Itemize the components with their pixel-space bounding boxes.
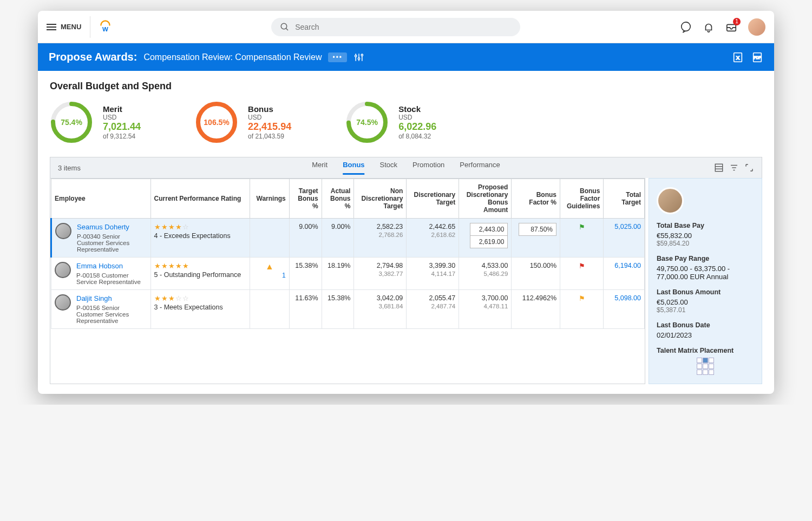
rating-text: 5 - Outstanding Performance (154, 271, 247, 279)
disc-target-sub: 2,487.74 (410, 303, 455, 309)
budget-amount: 22,415.94 (248, 121, 291, 133)
col-guidelines[interactable]: Bonus Factor Guidelines (560, 179, 604, 219)
svg-point-6 (355, 55, 357, 56)
topbar: MENU W 1 (38, 11, 774, 43)
budget-item-stock: 74.5% Stock USD 6,022.96 of 8,084.32 (345, 101, 436, 144)
col-rating[interactable]: Current Performance Rating (150, 179, 250, 219)
col-non-disc-target[interactable]: Non Discretionary Target (354, 179, 407, 219)
col-actual-bonus-pct[interactable]: Actual Bonus % (322, 179, 354, 219)
total-base-pay-sub: $59,854.20 (657, 240, 754, 247)
expand-icon[interactable] (744, 163, 754, 173)
talent-matrix-icon (697, 358, 714, 375)
employee-position: P-00158 Customer Service Representative (76, 272, 147, 285)
table-tabs: MeritBonusStockPromotionPerformance (312, 161, 500, 175)
employee-name[interactable]: Emma Hobson (76, 262, 147, 270)
non-disc-target: 2,794.98 (357, 262, 403, 269)
bonus-factor-input[interactable]: 87.50% (519, 223, 556, 236)
last-bonus-label: Last Bonus Amount (657, 288, 754, 296)
settings-sliders-icon[interactable] (353, 52, 364, 63)
proposed-input-sub[interactable]: 2,619.00 (470, 236, 508, 248)
non-disc-target-sub: 3,382.77 (357, 271, 403, 277)
last-bonus-date-label: Last Bonus Date (657, 321, 754, 329)
tab-merit[interactable]: Merit (312, 161, 328, 175)
col-bonus-factor[interactable]: Bonus Factor % (512, 179, 560, 219)
col-disc-target[interactable]: Discretionary Target (407, 179, 459, 219)
budget-name: Merit (103, 104, 141, 114)
budget-amount: 6,022.96 (398, 121, 436, 133)
tab-bonus[interactable]: Bonus (343, 161, 364, 175)
disc-target-sub: 4,114.17 (410, 271, 455, 277)
warning-count[interactable]: 1 (253, 272, 286, 279)
search-box[interactable] (271, 18, 520, 36)
budget-currency: USD (398, 114, 436, 121)
detail-avatar (657, 187, 684, 214)
warning-icon: ▲ (253, 262, 286, 272)
bell-icon (703, 21, 715, 33)
last-bonus-sub: $5,387.01 (657, 306, 754, 314)
page-title: Propose Awards: (49, 51, 137, 63)
budget-name: Stock (398, 104, 436, 114)
tab-performance[interactable]: Performance (460, 161, 500, 175)
donut-chart: 75.4% (50, 101, 93, 144)
employee-detail-panel: Total Base Pay €55,832.00 $59,854.20 Bas… (649, 178, 762, 384)
donut-percent: 74.5% (345, 101, 389, 144)
filter-icon[interactable] (729, 163, 739, 173)
total-target[interactable]: 6,194.00 (614, 262, 641, 269)
hamburger-icon (47, 24, 56, 30)
flag-icon: ⚑ (579, 223, 585, 231)
tab-stock[interactable]: Stock (380, 161, 398, 175)
export-excel-icon[interactable]: X (732, 51, 744, 63)
donut-chart: 74.5% (345, 101, 389, 144)
budget-item-merit: 75.4% Merit USD 7,021.44 of 9,312.54 (50, 101, 141, 144)
disc-target: 2,442.65 (410, 223, 455, 230)
search-input[interactable] (295, 23, 512, 31)
employee-position: P-00156 Senior Customer Services Represe… (76, 305, 147, 324)
budget-of: of 9,312.54 (103, 133, 141, 140)
svg-text:X: X (736, 55, 739, 60)
col-target-bonus-pct[interactable]: Target Bonus % (289, 179, 322, 219)
grid-view-icon[interactable] (714, 163, 724, 173)
more-actions-pill[interactable]: ••• (328, 52, 347, 62)
item-count: 3 items (58, 164, 81, 172)
budget-name: Bonus (248, 104, 291, 114)
budget-row: 75.4% Merit USD 7,021.44 of 9,312.54 106… (50, 101, 762, 144)
disc-target: 2,055.47 (410, 294, 455, 302)
disc-target-sub: 2,618.62 (410, 232, 455, 238)
proposed-input[interactable]: 2,443.00 (470, 223, 508, 236)
col-proposed[interactable]: Proposed Discretionary Bonus Amount (459, 179, 512, 219)
menu-button[interactable]: MENU (47, 23, 81, 31)
app-logo[interactable]: W (90, 16, 112, 38)
employee-name[interactable]: Daljit Singh (76, 294, 147, 302)
table-row[interactable]: Emma Hobson P-00158 Customer Service Rep… (51, 258, 645, 290)
budget-currency: USD (248, 114, 291, 121)
table-row[interactable]: Seamus Doherty P-00340 Senior Customer S… (51, 219, 645, 258)
last-bonus-date-value: 02/01/2023 (657, 331, 754, 339)
total-target[interactable]: 5,098.00 (614, 294, 641, 302)
flag-icon: ⚑ (579, 295, 585, 302)
base-pay-range-label: Base Pay Range (657, 255, 754, 262)
chat-button[interactable] (680, 21, 692, 33)
employee-name[interactable]: Seamus Doherty (77, 223, 147, 231)
col-warnings[interactable]: Warnings (250, 179, 290, 219)
svg-text:W: W (102, 26, 108, 32)
user-avatar[interactable] (748, 18, 765, 36)
employee-avatar (55, 262, 71, 278)
export-pdf-icon[interactable]: PDF (751, 51, 763, 63)
workday-logo-icon: W (99, 19, 112, 35)
tab-promotion[interactable]: Promotion (412, 161, 444, 175)
notifications-button[interactable] (703, 21, 715, 33)
col-employee[interactable]: Employee (51, 179, 151, 219)
table-row[interactable]: Daljit Singh P-00156 Senior Customer Ser… (51, 290, 645, 329)
svg-point-3 (682, 22, 691, 31)
total-target[interactable]: 5,025.00 (614, 223, 641, 230)
inbox-badge: 1 (733, 18, 741, 25)
rating-stars: ★★★☆☆ (154, 294, 247, 302)
inbox-button[interactable]: 1 (725, 21, 737, 33)
employee-avatar (55, 294, 71, 311)
non-disc-target: 2,582.23 (357, 223, 403, 230)
proposed-value: 3,700.00 (462, 294, 508, 302)
disc-target: 3,399.30 (410, 262, 455, 269)
proposed-value: 4,533.00 (462, 262, 508, 269)
svg-point-1 (281, 23, 287, 29)
col-total-target[interactable]: Total Target (604, 179, 645, 219)
